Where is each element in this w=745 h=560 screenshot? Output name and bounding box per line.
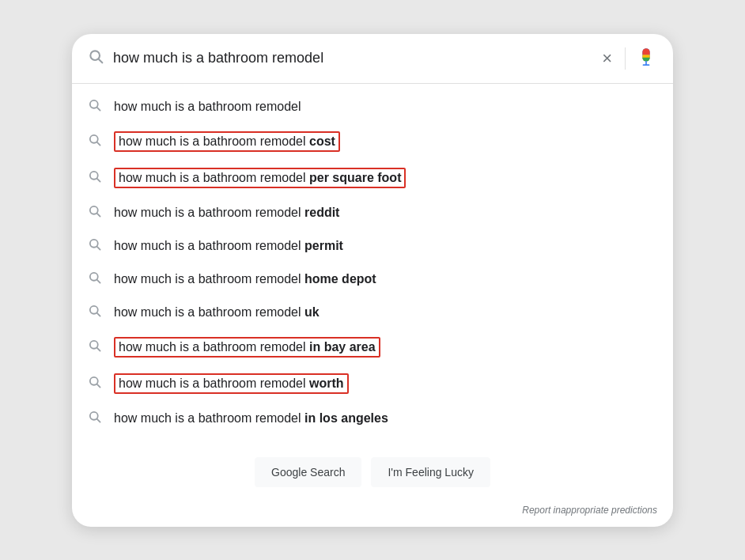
suggestions-list: how much is a bathroom remodelhow much i… <box>72 84 673 441</box>
suggestion-item[interactable]: how much is a bathroom remodel uk <box>72 296 673 329</box>
suggestion-text: how much is a bathroom remodel uk <box>114 305 320 319</box>
suggestion-search-icon <box>88 271 101 288</box>
report-link[interactable]: Report inappropriate predictions <box>72 500 673 527</box>
suggestion-item[interactable]: how much is a bathroom remodel per squar… <box>72 160 673 196</box>
buttons-row: Google Search I'm Feeling Lucky <box>72 441 673 500</box>
svg-line-7 <box>97 179 100 182</box>
svg-point-10 <box>90 239 98 247</box>
svg-point-2 <box>90 100 98 108</box>
feeling-lucky-button[interactable]: I'm Feeling Lucky <box>371 457 490 487</box>
svg-line-17 <box>97 348 100 351</box>
suggestion-search-icon <box>88 410 101 427</box>
search-bar: × <box>72 34 673 84</box>
suggestion-text-wrapper: how much is a bathroom remodel per squar… <box>114 168 406 188</box>
suggestion-text: how much is a bathroom remodel in bay ar… <box>119 340 376 354</box>
suggestion-text-wrapper: how much is a bathroom remodel in los an… <box>114 411 388 426</box>
suggestion-text-wrapper: how much is a bathroom remodel <box>114 100 301 114</box>
svg-line-1 <box>99 59 102 62</box>
svg-line-19 <box>97 384 100 388</box>
suggestion-text: how much is a bathroom remodel cost <box>119 134 335 148</box>
suggestion-search-icon <box>88 375 101 392</box>
suggestion-search-icon <box>88 133 101 150</box>
suggestion-text-wrapper: how much is a bathroom remodel worth <box>114 373 349 394</box>
divider <box>625 47 626 70</box>
suggestion-text: how much is a bathroom remodel per squar… <box>119 171 401 184</box>
suggestion-text-wrapper: how much is a bathroom remodel permit <box>114 239 343 253</box>
clear-icon[interactable]: × <box>599 45 615 72</box>
suggestion-search-icon <box>88 304 101 321</box>
suggestion-search-icon <box>88 339 101 356</box>
suggestion-item[interactable]: how much is a bathroom remodel in los an… <box>72 402 673 435</box>
suggestion-item[interactable]: how much is a bathroom remodel worth <box>72 365 673 402</box>
suggestion-item[interactable]: how much is a bathroom remodel reddit <box>72 196 673 229</box>
suggestion-item[interactable]: how much is a bathroom remodel permit <box>72 229 673 263</box>
svg-point-12 <box>90 272 98 280</box>
suggestion-text: how much is a bathroom remodel permit <box>114 239 343 252</box>
suggestion-text: how much is a bathroom remodel <box>114 100 301 113</box>
svg-line-15 <box>97 313 100 316</box>
search-container: × how much is a bathroom remodelhow much… <box>72 34 673 527</box>
svg-line-5 <box>97 142 100 146</box>
microphone-icon[interactable] <box>635 47 657 70</box>
suggestion-item[interactable]: how much is a bathroom remodel cost <box>72 123 673 160</box>
suggestion-search-icon <box>88 204 101 221</box>
suggestion-text-wrapper: how much is a bathroom remodel in bay ar… <box>114 337 380 358</box>
suggestion-text: how much is a bathroom remodel home depo… <box>114 272 376 286</box>
google-search-button[interactable]: Google Search <box>255 457 361 487</box>
svg-point-16 <box>90 340 98 348</box>
suggestion-search-icon <box>88 237 101 255</box>
svg-line-11 <box>97 247 100 250</box>
svg-point-6 <box>90 171 98 179</box>
svg-point-8 <box>90 206 98 214</box>
suggestion-text-wrapper: how much is a bathroom remodel uk <box>114 305 320 320</box>
suggestion-text: how much is a bathroom remodel reddit <box>114 206 339 219</box>
suggestion-search-icon <box>88 169 101 187</box>
suggestion-text-wrapper: how much is a bathroom remodel home depo… <box>114 272 376 286</box>
svg-line-3 <box>97 108 100 111</box>
suggestion-text-wrapper: how much is a bathroom remodel cost <box>114 131 340 152</box>
suggestion-search-icon <box>88 98 101 115</box>
svg-line-21 <box>97 419 100 422</box>
svg-line-9 <box>97 214 100 217</box>
suggestion-text: how much is a bathroom remodel worth <box>119 376 344 390</box>
suggestion-text-wrapper: how much is a bathroom remodel reddit <box>114 206 339 220</box>
suggestion-text: how much is a bathroom remodel in los an… <box>114 411 388 425</box>
suggestion-item[interactable]: how much is a bathroom remodel in bay ar… <box>72 329 673 365</box>
search-input[interactable] <box>113 50 589 66</box>
svg-point-0 <box>90 51 100 60</box>
svg-point-4 <box>90 134 98 142</box>
svg-point-18 <box>90 376 98 384</box>
search-icon <box>88 48 104 68</box>
svg-point-20 <box>90 411 98 419</box>
suggestion-item[interactable]: how much is a bathroom remodel home depo… <box>72 263 673 296</box>
svg-point-14 <box>90 305 98 313</box>
svg-line-13 <box>97 280 100 283</box>
suggestion-item[interactable]: how much is a bathroom remodel <box>72 90 673 123</box>
